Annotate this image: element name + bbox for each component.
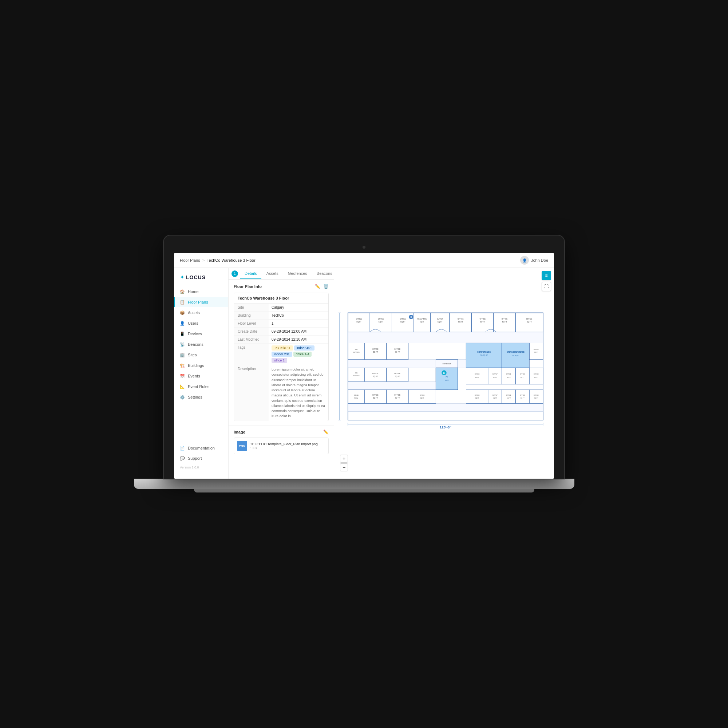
site-label: Site — [234, 304, 269, 311]
svg-text:SQ FT: SQ FT — [475, 377, 479, 378]
map-area: ≡ ⛶ OFFICE SQ FT — [334, 268, 554, 479]
info-row-last-modified: Last Modified 09-29-2024 12:10 AM — [234, 336, 328, 344]
breadcrumb: Floor Plans > TechCo Warehouse 3 Floor — [180, 258, 255, 262]
svg-text:SQ FT: SQ FT — [520, 377, 525, 378]
svg-text:SQ FT: SQ FT — [445, 380, 449, 381]
image-section: Image ✏️ PNG TEKTELIC Template_Floor_Pla… — [229, 426, 334, 458]
svg-rect-61 — [436, 368, 457, 390]
svg-text:OFFICE: OFFICE — [394, 373, 401, 375]
sidebar-item-documentation[interactable]: 📄 Documentation — [174, 443, 228, 453]
topbar: Floor Plans > TechCo Warehouse 3 Floor 👤… — [174, 253, 554, 268]
tab-assets[interactable]: Assets — [262, 268, 283, 279]
svg-text:OFFICE: OFFICE — [479, 318, 486, 320]
svg-rect-46 — [529, 343, 543, 359]
sidebar-label-event-rules: Event Rules — [188, 384, 209, 389]
delete-icon[interactable]: 🗑️ — [323, 284, 329, 289]
svg-rect-66 — [348, 381, 436, 390]
image-edit-icon[interactable]: ✏️ — [323, 430, 329, 434]
sidebar-item-support[interactable]: 💬 Support — [174, 453, 228, 463]
sidebar-item-buildings[interactable]: 🏗️ Buildings — [174, 360, 228, 370]
last-modified-value: 09-29-2024 12:10 AM — [269, 336, 328, 343]
svg-text:SQ FT: SQ FT — [507, 398, 511, 399]
sidebar-item-assets[interactable]: 📦 Assets — [174, 307, 228, 318]
sidebar-label-settings: Settings — [188, 395, 202, 399]
svg-text:OFFICE: OFFICE — [526, 318, 532, 320]
tag-indoor451[interactable]: indoor 451 — [294, 346, 315, 350]
file-type-icon: PNG — [237, 441, 247, 451]
tag-office14[interactable]: office 1-4 — [294, 352, 312, 357]
svg-rect-70 — [488, 368, 502, 384]
svg-rect-110 — [348, 412, 543, 420]
map-layers-button[interactable]: ≡ — [541, 271, 551, 280]
svg-text:SQ FT: SQ FT — [534, 352, 538, 353]
svg-rect-82 — [348, 390, 364, 404]
svg-rect-73 — [502, 368, 516, 384]
sidebar-item-beacons[interactable]: 📡 Beacons — [174, 339, 228, 349]
svg-text:OFFICE: OFFICE — [420, 395, 425, 396]
building-value: TechCo — [269, 312, 328, 319]
sidebar-nav: 🏠 Home 📋 Floor Plans 📦 Assets — [174, 286, 228, 440]
sidebar-label-users: Users — [188, 321, 198, 326]
info-row-building: Building TechCo — [234, 312, 328, 320]
svg-rect-94 — [466, 390, 488, 404]
step-indicator: 1 — [231, 271, 238, 277]
svg-text:SUPPLIES: SUPPLIES — [353, 352, 359, 353]
map-fullscreen-button[interactable]: ⛶ — [541, 282, 551, 291]
svg-text:SQ FT: SQ FT — [507, 377, 511, 378]
sidebar-item-users[interactable]: 👤 Users — [174, 318, 228, 328]
breadcrumb-home[interactable]: Floor Plans — [180, 258, 200, 262]
sidebar-item-settings[interactable]: ⚙️ Settings — [174, 392, 228, 402]
buildings-icon: 🏗️ — [180, 363, 185, 368]
tab-beacons[interactable]: Beacons — [312, 268, 334, 279]
svg-text:SQ FT: SQ FT — [480, 321, 485, 323]
svg-text:SQ FT: SQ FT — [475, 398, 479, 399]
user-name: John Doe — [531, 258, 548, 262]
version-label: Version 1.0.0 — [174, 463, 228, 471]
sidebar: ✦ LOCUS 🏠 Home 📋 Floor Plans — [174, 268, 229, 479]
edit-icon[interactable]: ✏️ — [315, 284, 320, 289]
svg-text:SQ FT: SQ FT — [401, 321, 405, 323]
svg-rect-85 — [364, 390, 386, 404]
tag-tektelic[interactable]: TekTelic 31 — [272, 346, 293, 350]
svg-rect-79 — [529, 368, 543, 384]
tag-indoor231[interactable]: indoor 231 — [272, 352, 292, 357]
zoom-in-button[interactable]: + — [340, 455, 348, 463]
sidebar-item-floor-plans[interactable]: 📋 Floor Plans — [174, 297, 228, 307]
content-area: 1 Details Assets Geofences Beacons Event… — [229, 268, 554, 479]
svg-text:COFFEE BAR: COFFEE BAR — [443, 363, 451, 365]
file-item[interactable]: PNG TEKTELIC Template_Floor_Plan Import.… — [234, 437, 329, 454]
svg-rect-31 — [348, 343, 364, 359]
documentation-icon: 📄 — [180, 445, 185, 451]
sidebar-item-sites[interactable]: 🏢 Sites — [174, 350, 228, 360]
floor-level-value: 1 — [269, 320, 328, 327]
site-value: Calgary — [269, 304, 328, 311]
beacons-icon: 📡 — [180, 342, 185, 347]
svg-rect-91 — [408, 390, 436, 404]
tab-details[interactable]: Details — [240, 268, 262, 279]
sidebar-item-event-rules[interactable]: 📐 Event Rules — [174, 381, 228, 392]
zoom-out-button[interactable]: − — [340, 463, 348, 471]
svg-text:SQ FT: SQ FT — [534, 398, 538, 399]
svg-text:B: B — [410, 316, 412, 318]
tab-geofences[interactable]: Geofences — [284, 268, 312, 279]
user-menu[interactable]: 👤 John Doe — [520, 256, 548, 265]
sidebar-item-devices[interactable]: 📱 Devices — [174, 329, 228, 339]
svg-text:SQ FT: SQ FT — [373, 376, 378, 378]
svg-text:SQ FT: SQ FT — [493, 377, 497, 378]
sidebar-item-events[interactable]: 📅 Events — [174, 371, 228, 381]
svg-text:OFFICE: OFFICE — [372, 373, 379, 375]
tag-office1[interactable]: office 1 — [272, 358, 287, 363]
svg-rect-67 — [466, 368, 488, 384]
sidebar-item-home[interactable]: 🏠 Home — [174, 286, 228, 297]
svg-text:OFFICE: OFFICE — [534, 373, 539, 375]
left-panel: 1 Details Assets Geofences Beacons Event… — [229, 268, 334, 479]
description-label: Description — [234, 365, 269, 421]
avatar: 👤 — [520, 256, 529, 265]
svg-text:SQ FT: SQ FT — [373, 397, 378, 399]
create-date-value: 09-28-2024 12:00 AM — [269, 327, 328, 335]
svg-text:SQ FT: SQ FT — [527, 321, 532, 323]
svg-text:OFFICE: OFFICE — [372, 394, 379, 396]
svg-text:OFFICE: OFFICE — [534, 349, 539, 350]
svg-text:OFFICE: OFFICE — [394, 348, 401, 350]
assets-icon: 📦 — [180, 310, 185, 315]
